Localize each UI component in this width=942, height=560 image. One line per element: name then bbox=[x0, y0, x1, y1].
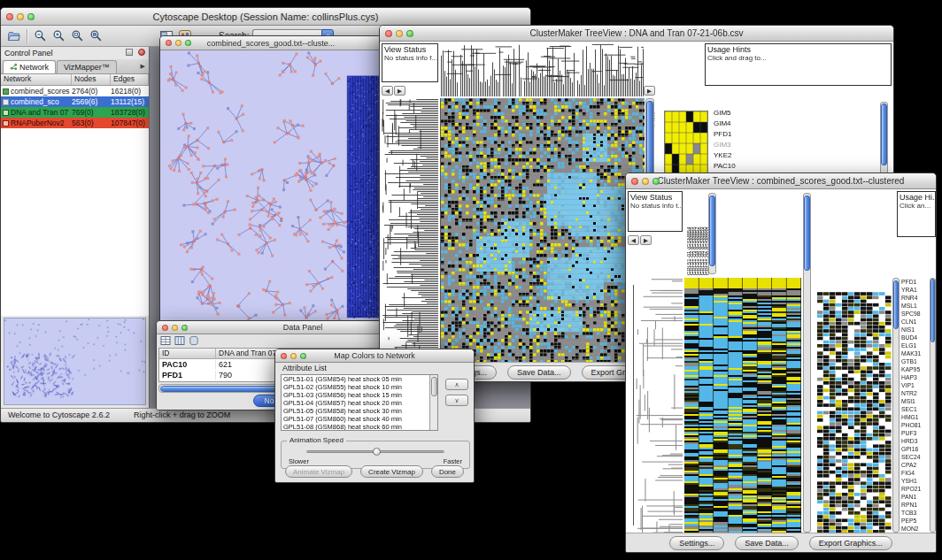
map-colors-titlebar[interactable]: Map Colors to Network bbox=[275, 349, 474, 363]
scrollbar-thumb[interactable] bbox=[893, 280, 899, 329]
gene-label[interactable]: MAK31 bbox=[901, 349, 928, 357]
minimize-icon[interactable] bbox=[290, 353, 297, 359]
close-icon[interactable] bbox=[385, 30, 392, 37]
scrollbar-thumb[interactable] bbox=[431, 377, 437, 396]
gene-label[interactable]: PHO81 bbox=[901, 421, 928, 429]
gene-label[interactable]: GPI16 bbox=[901, 445, 928, 453]
close-icon[interactable] bbox=[166, 40, 172, 46]
close-panel-icon[interactable] bbox=[138, 49, 145, 56]
vertical-scrollbar[interactable] bbox=[429, 375, 437, 430]
close-icon[interactable] bbox=[6, 13, 13, 20]
treeview-combined-titlebar[interactable]: ClusterMaker TreeView : combined_scores_… bbox=[626, 173, 936, 189]
scrollbar-thumb[interactable] bbox=[881, 104, 887, 165]
gene-label[interactable]: ELG1 bbox=[901, 341, 928, 349]
network-list-row[interactable]: DNA and Tran 07 769(0) 183728(0) bbox=[1, 107, 149, 118]
minimize-icon[interactable] bbox=[172, 325, 178, 331]
vertical-scrollbar[interactable] bbox=[708, 193, 716, 274]
zoom-heatmap-canvas[interactable] bbox=[817, 288, 892, 533]
gene-label[interactable]: RPN1 bbox=[901, 501, 928, 509]
move-up-button[interactable]: ∧ bbox=[445, 379, 468, 390]
animation-speed-slider[interactable] bbox=[306, 450, 444, 453]
column-dendrogram-canvas[interactable] bbox=[440, 43, 644, 96]
attribute-listbox[interactable]: GPL51-01 (GSM854) heat shock 05 minGPL51… bbox=[281, 374, 438, 431]
scroll-right-icon[interactable]: ▶ bbox=[640, 235, 652, 245]
network-list-row[interactable]: RNAPuberNov2 563(0) 107847(0) bbox=[1, 118, 149, 128]
gene-label[interactable]: PAC10 bbox=[714, 161, 736, 172]
gene-label[interactable]: MON2 bbox=[901, 525, 928, 533]
column-header[interactable]: Nodes bbox=[72, 74, 111, 85]
attribute-list-item[interactable]: GPL51-04 (GSM857) heat shock 20 min bbox=[282, 399, 437, 407]
gene-label[interactable]: PFD1 bbox=[714, 129, 736, 140]
gene-label[interactable]: YRA1 bbox=[901, 286, 928, 294]
open-session-icon[interactable] bbox=[6, 28, 21, 43]
maximize-icon[interactable] bbox=[652, 178, 660, 185]
treeview-button[interactable]: Export Graphics... bbox=[809, 536, 892, 550]
dialog-button[interactable]: Animate Vizmap bbox=[285, 465, 352, 478]
gene-label[interactable]: GTB1 bbox=[901, 357, 928, 365]
scrollbar-thumb[interactable] bbox=[930, 279, 935, 342]
treeview-button[interactable]: Settings... bbox=[669, 536, 724, 550]
minimize-icon[interactable] bbox=[396, 30, 403, 37]
gene-label[interactable]: SEC24 bbox=[901, 453, 928, 461]
scrollbar-thumb[interactable] bbox=[804, 196, 810, 271]
maximize-icon[interactable] bbox=[185, 40, 191, 46]
treeview-button[interactable]: Save Data... bbox=[735, 536, 799, 550]
gene-label[interactable]: YKE2 bbox=[714, 150, 736, 161]
gene-label[interactable]: SPC98 bbox=[901, 310, 928, 318]
row-dendrogram-canvas[interactable] bbox=[628, 278, 683, 533]
gene-label[interactable]: PFD1 bbox=[901, 278, 928, 286]
move-down-button[interactable]: ∨ bbox=[445, 395, 468, 406]
close-icon[interactable] bbox=[281, 353, 287, 359]
zoom-fit-icon[interactable] bbox=[70, 28, 85, 43]
gene-label[interactable]: CLN1 bbox=[901, 318, 928, 326]
attribute-list-item[interactable]: GPL51-01 (GSM854) heat shock 05 min bbox=[282, 375, 437, 383]
heatmap-canvas[interactable] bbox=[684, 278, 801, 533]
network-list-row[interactable]: combined_sco 2569(6) 13112(15) bbox=[1, 96, 149, 107]
attribute-list-item[interactable]: GPL51-08 (GSM868) heat shock 60 min bbox=[282, 423, 437, 431]
gene-label[interactable]: VIP1 bbox=[901, 381, 928, 389]
gene-label[interactable]: KAP95 bbox=[901, 365, 928, 373]
treeview-button[interactable]: Save Data... bbox=[507, 365, 571, 380]
float-panel-icon[interactable] bbox=[126, 49, 133, 56]
attribute-list-item[interactable]: GPL51-02 (GSM855) heat shock 10 min bbox=[282, 383, 437, 391]
maximize-icon[interactable] bbox=[406, 30, 413, 37]
control-panel-tab[interactable]: Network bbox=[3, 60, 56, 73]
gene-label[interactable]: CPA2 bbox=[901, 461, 928, 469]
minimize-icon[interactable] bbox=[17, 13, 24, 20]
zoom-selected-icon[interactable] bbox=[89, 28, 104, 43]
attribute-list-item[interactable]: GPL51-05 (GSM858) heat shock 30 min bbox=[282, 407, 437, 415]
gene-label[interactable]: MSL1 bbox=[901, 302, 928, 310]
gene-label[interactable]: HAP3 bbox=[901, 373, 928, 381]
maximize-icon[interactable] bbox=[27, 13, 35, 20]
similarity-matrix-canvas[interactable] bbox=[664, 111, 708, 176]
gene-label[interactable]: NIS1 bbox=[901, 326, 928, 334]
column-label[interactable]: GPL51-08 (GSM868 bbox=[705, 193, 707, 275]
heatmap-canvas[interactable] bbox=[440, 98, 645, 364]
gene-label[interactable]: PUF3 bbox=[901, 429, 928, 437]
zoom-in-icon[interactable] bbox=[51, 28, 66, 43]
minimize-icon[interactable] bbox=[175, 40, 181, 46]
treeview-dna-titlebar[interactable]: ClusterMaker TreeView : DNA and Tran 07-… bbox=[380, 26, 893, 42]
gene-label[interactable]: TCB3 bbox=[901, 509, 928, 517]
attribute-list-item[interactable]: GPL51-07 (GSM860) heat shock 40 min bbox=[282, 415, 437, 423]
gene-label[interactable]: PEP5 bbox=[901, 517, 928, 525]
gene-label[interactable]: BUD4 bbox=[901, 334, 928, 341]
network-list-row[interactable]: combined_scores 2764(0) 16218(0) bbox=[1, 86, 149, 96]
select-attributes-icon[interactable] bbox=[160, 334, 171, 349]
gene-label[interactable]: FIG4 bbox=[901, 469, 928, 477]
create-attribute-icon[interactable] bbox=[174, 334, 185, 349]
column-header[interactable]: Edges bbox=[111, 74, 149, 85]
vertical-scrollbar[interactable] bbox=[803, 193, 811, 533]
dialog-button[interactable]: Done bbox=[431, 465, 464, 478]
attribute-list-item[interactable]: GPL51-03 (GSM856) heat shock 15 min bbox=[282, 391, 437, 399]
vertical-scrollbar[interactable] bbox=[892, 278, 900, 533]
dialog-button[interactable]: Create Vizmap bbox=[360, 465, 423, 478]
gene-label[interactable]: GIM4 bbox=[714, 119, 736, 129]
gene-label[interactable]: RNR4 bbox=[901, 294, 928, 302]
scroll-left-icon[interactable]: ◀ bbox=[628, 235, 639, 245]
gene-label[interactable]: NTR2 bbox=[901, 389, 928, 397]
zoom-out-icon[interactable] bbox=[33, 28, 48, 43]
control-panel-tab[interactable]: VizMapper™ bbox=[57, 60, 117, 73]
gene-label[interactable]: GIM5 bbox=[714, 108, 736, 119]
slider-thumb[interactable] bbox=[373, 448, 381, 456]
